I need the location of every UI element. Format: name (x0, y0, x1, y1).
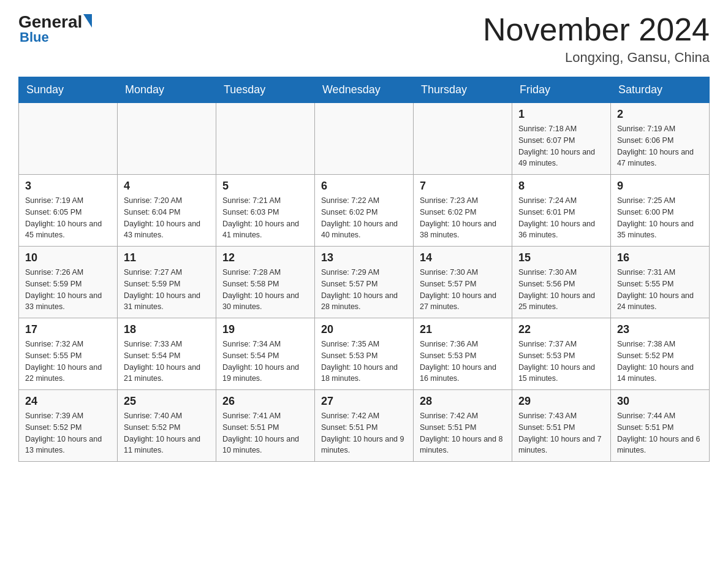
day-info: Sunrise: 7:40 AM Sunset: 5:52 PM Dayligh… (124, 410, 210, 456)
day-info: Sunrise: 7:44 AM Sunset: 5:51 PM Dayligh… (617, 410, 703, 456)
calendar-cell: 18Sunrise: 7:33 AM Sunset: 5:54 PM Dayli… (117, 318, 216, 390)
day-info: Sunrise: 7:20 AM Sunset: 6:04 PM Dayligh… (124, 195, 210, 241)
day-info: Sunrise: 7:30 AM Sunset: 5:57 PM Dayligh… (420, 267, 506, 313)
day-number: 23 (617, 323, 703, 336)
day-info: Sunrise: 7:41 AM Sunset: 5:51 PM Dayligh… (222, 410, 308, 456)
day-info: Sunrise: 7:42 AM Sunset: 5:51 PM Dayligh… (321, 410, 407, 456)
calendar-cell: 11Sunrise: 7:27 AM Sunset: 5:59 PM Dayli… (117, 247, 216, 318)
calendar-cell: 2Sunrise: 7:19 AM Sunset: 6:06 PM Daylig… (610, 103, 709, 175)
day-info: Sunrise: 7:19 AM Sunset: 6:05 PM Dayligh… (25, 195, 111, 241)
day-info: Sunrise: 7:32 AM Sunset: 5:55 PM Dayligh… (25, 339, 111, 385)
calendar-week-row: 1Sunrise: 7:18 AM Sunset: 6:07 PM Daylig… (19, 103, 710, 175)
day-number: 18 (124, 323, 210, 336)
calendar-table: SundayMondayTuesdayWednesdayThursdayFrid… (18, 77, 710, 462)
day-number: 26 (222, 395, 308, 408)
title-block: November 2024 Longxing, Gansu, China (483, 12, 710, 66)
calendar-cell: 29Sunrise: 7:43 AM Sunset: 5:51 PM Dayli… (512, 390, 610, 462)
weekday-header-friday: Friday (512, 77, 610, 103)
day-number: 4 (124, 180, 210, 193)
day-number: 29 (518, 395, 604, 408)
day-info: Sunrise: 7:22 AM Sunset: 6:02 PM Dayligh… (321, 195, 407, 241)
logo: General Blue (18, 12, 92, 45)
calendar-cell: 16Sunrise: 7:31 AM Sunset: 5:55 PM Dayli… (610, 247, 709, 318)
day-number: 7 (420, 180, 506, 193)
calendar-cell: 28Sunrise: 7:42 AM Sunset: 5:51 PM Dayli… (413, 390, 512, 462)
day-number: 28 (420, 395, 506, 408)
calendar-week-row: 17Sunrise: 7:32 AM Sunset: 5:55 PM Dayli… (19, 318, 710, 390)
calendar-cell: 23Sunrise: 7:38 AM Sunset: 5:52 PM Dayli… (610, 318, 709, 390)
day-info: Sunrise: 7:42 AM Sunset: 5:51 PM Dayligh… (420, 410, 506, 456)
calendar-cell: 3Sunrise: 7:19 AM Sunset: 6:05 PM Daylig… (19, 175, 118, 247)
logo-triangle-icon (83, 14, 92, 28)
calendar-cell: 4Sunrise: 7:20 AM Sunset: 6:04 PM Daylig… (117, 175, 216, 247)
calendar-cell: 1Sunrise: 7:18 AM Sunset: 6:07 PM Daylig… (512, 103, 610, 175)
day-number: 17 (25, 323, 111, 336)
calendar-cell: 9Sunrise: 7:25 AM Sunset: 6:00 PM Daylig… (610, 175, 709, 247)
day-number: 22 (518, 323, 604, 336)
calendar-cell (19, 103, 118, 175)
day-number: 20 (321, 323, 407, 336)
day-info: Sunrise: 7:33 AM Sunset: 5:54 PM Dayligh… (124, 339, 210, 385)
weekday-header-sunday: Sunday (19, 77, 118, 103)
day-info: Sunrise: 7:28 AM Sunset: 5:58 PM Dayligh… (222, 267, 308, 313)
day-info: Sunrise: 7:24 AM Sunset: 6:01 PM Dayligh… (518, 195, 604, 241)
calendar-week-row: 3Sunrise: 7:19 AM Sunset: 6:05 PM Daylig… (19, 175, 710, 247)
day-number: 2 (617, 108, 703, 121)
calendar-cell: 26Sunrise: 7:41 AM Sunset: 5:51 PM Dayli… (216, 390, 314, 462)
calendar-cell (413, 103, 512, 175)
day-info: Sunrise: 7:21 AM Sunset: 6:03 PM Dayligh… (222, 195, 308, 241)
day-number: 15 (518, 251, 604, 264)
day-info: Sunrise: 7:23 AM Sunset: 6:02 PM Dayligh… (420, 195, 506, 241)
page-header: General Blue November 2024 Longxing, Gan… (18, 12, 710, 66)
day-number: 12 (222, 251, 308, 264)
day-info: Sunrise: 7:39 AM Sunset: 5:52 PM Dayligh… (25, 410, 111, 456)
day-number: 5 (222, 180, 308, 193)
day-number: 13 (321, 251, 407, 264)
day-info: Sunrise: 7:36 AM Sunset: 5:53 PM Dayligh… (420, 339, 506, 385)
calendar-cell (117, 103, 216, 175)
day-info: Sunrise: 7:35 AM Sunset: 5:53 PM Dayligh… (321, 339, 407, 385)
calendar-cell: 13Sunrise: 7:29 AM Sunset: 5:57 PM Dayli… (314, 247, 413, 318)
weekday-header-tuesday: Tuesday (216, 77, 314, 103)
day-number: 21 (420, 323, 506, 336)
calendar-cell: 14Sunrise: 7:30 AM Sunset: 5:57 PM Dayli… (413, 247, 512, 318)
calendar-week-row: 24Sunrise: 7:39 AM Sunset: 5:52 PM Dayli… (19, 390, 710, 462)
weekday-header-row: SundayMondayTuesdayWednesdayThursdayFrid… (19, 77, 710, 103)
day-number: 14 (420, 251, 506, 264)
day-number: 6 (321, 180, 407, 193)
calendar-cell: 5Sunrise: 7:21 AM Sunset: 6:03 PM Daylig… (216, 175, 314, 247)
weekday-header-monday: Monday (117, 77, 216, 103)
calendar-cell: 24Sunrise: 7:39 AM Sunset: 5:52 PM Dayli… (19, 390, 118, 462)
logo-blue: Blue (20, 29, 49, 45)
calendar-cell: 15Sunrise: 7:30 AM Sunset: 5:56 PM Dayli… (512, 247, 610, 318)
location-subtitle: Longxing, Gansu, China (483, 50, 710, 66)
day-number: 3 (25, 180, 111, 193)
day-info: Sunrise: 7:30 AM Sunset: 5:56 PM Dayligh… (518, 267, 604, 313)
day-number: 16 (617, 251, 703, 264)
day-number: 9 (617, 180, 703, 193)
calendar-cell (314, 103, 413, 175)
day-info: Sunrise: 7:29 AM Sunset: 5:57 PM Dayligh… (321, 267, 407, 313)
day-number: 8 (518, 180, 604, 193)
day-number: 24 (25, 395, 111, 408)
calendar-cell: 7Sunrise: 7:23 AM Sunset: 6:02 PM Daylig… (413, 175, 512, 247)
day-number: 19 (222, 323, 308, 336)
day-info: Sunrise: 7:43 AM Sunset: 5:51 PM Dayligh… (518, 410, 604, 456)
calendar-cell: 8Sunrise: 7:24 AM Sunset: 6:01 PM Daylig… (512, 175, 610, 247)
day-number: 27 (321, 395, 407, 408)
weekday-header-wednesday: Wednesday (314, 77, 413, 103)
month-year-title: November 2024 (483, 12, 710, 47)
day-number: 25 (124, 395, 210, 408)
day-info: Sunrise: 7:31 AM Sunset: 5:55 PM Dayligh… (617, 267, 703, 313)
calendar-cell: 19Sunrise: 7:34 AM Sunset: 5:54 PM Dayli… (216, 318, 314, 390)
day-info: Sunrise: 7:37 AM Sunset: 5:53 PM Dayligh… (518, 339, 604, 385)
calendar-cell: 12Sunrise: 7:28 AM Sunset: 5:58 PM Dayli… (216, 247, 314, 318)
weekday-header-saturday: Saturday (610, 77, 709, 103)
calendar-cell: 10Sunrise: 7:26 AM Sunset: 5:59 PM Dayli… (19, 247, 118, 318)
day-info: Sunrise: 7:34 AM Sunset: 5:54 PM Dayligh… (222, 339, 308, 385)
day-info: Sunrise: 7:26 AM Sunset: 5:59 PM Dayligh… (25, 267, 111, 313)
calendar-cell: 22Sunrise: 7:37 AM Sunset: 5:53 PM Dayli… (512, 318, 610, 390)
calendar-cell: 20Sunrise: 7:35 AM Sunset: 5:53 PM Dayli… (314, 318, 413, 390)
calendar-cell: 17Sunrise: 7:32 AM Sunset: 5:55 PM Dayli… (19, 318, 118, 390)
calendar-cell: 21Sunrise: 7:36 AM Sunset: 5:53 PM Dayli… (413, 318, 512, 390)
